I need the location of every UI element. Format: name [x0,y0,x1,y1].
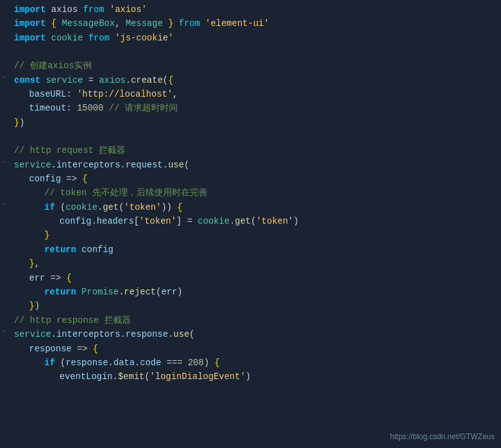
code-line: }, [0,257,501,270]
token-brace: } [44,230,49,240]
token-plain [61,174,66,184]
token-plain [83,33,88,43]
token-comment: // token 先不处理，后续使用时在完善 [44,188,207,198]
token-plain [56,18,61,28]
code-line: timeout: 15000 // 请求超时时间 [0,101,501,115]
token-str-single: 'token' [256,216,294,226]
token-kw-return: return [44,245,76,255]
code-line [0,45,501,59]
token-identifier: cookie [51,33,83,43]
code-line: import { MessageBox, Message } from 'ele… [0,16,501,30]
token-plain [77,174,82,184]
token-str-single: 'loginDialogEvent' [150,372,245,382]
token-punctuation: . [91,216,96,226]
token-variable: eventLogin [59,372,113,382]
token-plain [104,103,109,113]
token-brace: { [93,344,98,354]
token-plain [182,216,187,226]
token-punctuation: === [166,358,182,368]
token-plain [61,273,66,283]
token-brace: { [168,75,173,85]
token-kw-import: import [14,33,46,43]
token-identifier-service: service [14,160,51,170]
token-variable: response [29,344,71,354]
code-line: import cookie from 'js-cookie' [0,31,501,45]
token-plain [76,287,81,297]
token-brace: { [214,358,220,368]
token-arrow: => [66,174,77,184]
token-brace: { [177,202,182,212]
token-punctuation: ( [60,202,65,212]
token-kw-from: from [83,4,104,15]
token-property: interceptors [56,160,120,170]
code-line: // token 先不处理，后续使用时在完善 [0,186,501,200]
code-line: return config [0,243,501,257]
token-kw-return: return [44,287,76,297]
token-variable: config [29,174,61,184]
token-punctuation: , [115,18,120,28]
token-property: data [113,358,135,368]
token-property: timeout [29,103,66,113]
token-plain [104,4,109,15]
token-punctuation: ) [166,202,171,212]
token-punctuation: ( [156,287,161,297]
token-kw-from: from [179,18,201,28]
token-property: baseURL [29,89,66,99]
token-str-single: 'js-cookie' [115,33,173,43]
token-plain [76,245,81,255]
code-line: // http response 拦截器 [0,313,501,327]
token-plain [45,273,50,283]
token-plain [71,344,77,354]
token-punctuation: ( [189,329,194,339]
token-punctuation: . [108,358,113,368]
token-comment: // http response 拦截器 [14,315,131,325]
code-line: ▫service.interceptors.request.use( [0,158,501,172]
token-class-name: Promise [82,287,119,297]
token-arrow: => [51,273,61,283]
token-plain [173,18,178,28]
fold-indicator: ▫ [2,327,5,336]
token-punctuation: : [66,89,71,99]
token-punctuation: . [51,329,56,339]
token-punctuation: ) [34,301,39,311]
token-kw-import: import [14,4,46,15]
code-line: }) [0,116,501,130]
token-punctuation: ) [177,287,182,297]
token-comment: // http request 拦截器 [14,145,125,155]
token-identifier-cookie: cookie [197,216,229,226]
token-plain [71,103,77,113]
token-punctuation: ] [176,216,182,226]
code-line: config => { [0,172,501,186]
token-variable: config [59,216,91,226]
code-line: eventLogin.$emit('loginDialogEvent') [0,370,501,384]
token-str-single: 'http://localhost' [77,89,173,99]
token-plain [55,358,60,368]
token-punctuation: ( [144,372,149,382]
token-punctuation: ( [251,216,256,226]
token-variable: err [29,273,45,283]
token-punctuation: = [89,75,94,85]
token-punctuation: . [135,358,140,368]
token-str-single: 'element-ui' [206,18,269,28]
code-line: } [0,228,501,242]
token-property: interceptors [56,329,120,339]
token-property: response [125,329,168,339]
token-punctuation: . [119,287,124,297]
token-number: 15000 [77,103,104,113]
code-line: config.headers['token'] = cookie.get('to… [0,214,501,228]
token-kw-from: from [89,33,110,43]
token-comment: // 请求超时时间 [109,103,178,113]
code-line: import axios from 'axios' [0,3,501,16]
token-plain [209,358,214,368]
fold-indicator: ▫ [2,158,5,167]
token-identifier: service [46,75,83,85]
token-method: get [102,202,118,212]
token-brace: { [66,273,71,283]
token-variable: response [66,358,108,368]
code-line: baseURL: 'http://localhost', [0,87,501,101]
token-punctuation: . [168,329,173,339]
token-punctuation: ( [184,160,189,170]
token-plain [55,202,60,212]
token-identifier-axios: axios [99,75,125,85]
token-plain [83,75,88,85]
